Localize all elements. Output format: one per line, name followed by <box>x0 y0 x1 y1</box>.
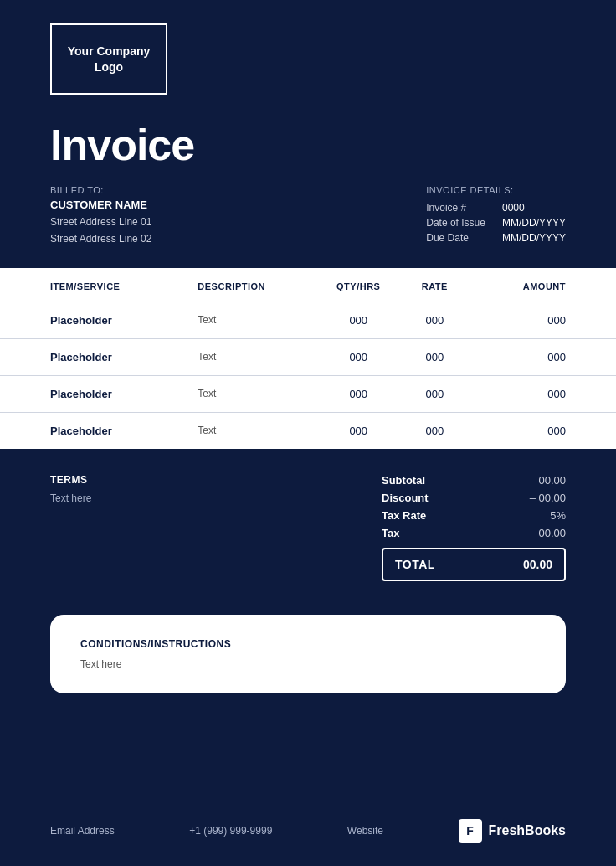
table-row: Placeholder Text 000 000 000 <box>0 302 616 338</box>
conditions-label: CONDITIONS/INSTRUCTIONS <box>80 638 536 650</box>
table-header-row: ITEM/SERVICE DESCRIPTION QTY/HRS RATE AM… <box>0 268 616 302</box>
items-table: ITEM/SERVICE DESCRIPTION QTY/HRS RATE AM… <box>0 268 616 449</box>
invoice-title-section: Invoice <box>0 111 616 170</box>
row-2-qty: 000 <box>314 375 403 412</box>
terms-section: TERMS Text here <box>50 474 91 504</box>
table-body: Placeholder Text 000 000 000 Placeholder… <box>0 302 616 449</box>
date-issue-row: Date of Issue MM/DD/YYYY <box>426 215 566 230</box>
row-0-amount: 000 <box>466 302 616 338</box>
tax-label: Tax <box>382 527 399 539</box>
row-0-desc: Text <box>189 302 314 338</box>
total-label: TOTAL <box>395 558 435 571</box>
address-line2: Street Address Line 02 <box>50 230 151 247</box>
row-2-desc: Text <box>189 375 314 412</box>
invoice-details-label: INVOICE DETAILS: <box>426 185 566 195</box>
col-item: ITEM/SERVICE <box>0 268 189 302</box>
bottom-section: TERMS Text here Subtotal 00.00 Discount … <box>0 449 616 598</box>
billed-to-label: BILLED TO: <box>50 185 151 195</box>
billed-to: BILLED TO: CUSTOMER NAME Street Address … <box>50 185 151 248</box>
footer: Email Address +1 (999) 999-9999 Website … <box>0 804 616 866</box>
discount-row: Discount – 00.00 <box>382 492 566 504</box>
row-0-rate: 000 <box>403 302 466 338</box>
tax-rate-value: 5% <box>516 509 566 522</box>
tax-row: Tax 00.00 <box>382 527 566 539</box>
invoice-page: Your Company Logo Invoice BILLED TO: CUS… <box>0 0 616 866</box>
tax-rate-row: Tax Rate 5% <box>382 509 566 522</box>
table-row: Placeholder Text 000 000 000 <box>0 412 616 449</box>
due-date-value: MM/DD/YYYY <box>502 230 566 245</box>
row-3-amount: 000 <box>466 412 616 449</box>
tax-rate-label: Tax Rate <box>382 509 426 522</box>
row-3-rate: 000 <box>403 412 466 449</box>
subtotal-label: Subtotal <box>382 474 425 487</box>
col-amount: AMOUNT <box>466 268 616 302</box>
footer-website: Website <box>347 825 383 837</box>
row-3-desc: Text <box>189 412 314 449</box>
invoice-details-table: Invoice # 0000 Date of Issue MM/DD/YYYY … <box>426 200 566 245</box>
row-1-item: Placeholder <box>0 338 189 375</box>
date-issue-label: Date of Issue <box>426 215 502 230</box>
conditions-section: CONDITIONS/INSTRUCTIONS Text here <box>0 598 616 710</box>
row-3-qty: 000 <box>314 412 403 449</box>
customer-name: CUSTOMER NAME <box>50 198 151 211</box>
invoice-details: INVOICE DETAILS: Invoice # 0000 Date of … <box>426 185 566 248</box>
header: Your Company Logo <box>0 0 616 111</box>
terms-label: TERMS <box>50 474 91 486</box>
items-table-section: ITEM/SERVICE DESCRIPTION QTY/HRS RATE AM… <box>0 268 616 449</box>
row-2-amount: 000 <box>466 375 616 412</box>
footer-email: Email Address <box>50 825 115 837</box>
invoice-num-value: 0000 <box>502 200 566 215</box>
conditions-text: Text here <box>80 658 536 670</box>
total-value: 00.00 <box>523 558 552 571</box>
totals-section: Subtotal 00.00 Discount – 00.00 Tax Rate… <box>382 474 566 581</box>
discount-value: – 00.00 <box>516 492 566 504</box>
total-box: TOTAL 00.00 <box>382 548 566 581</box>
freshbooks-logo: F FreshBooks <box>459 819 566 843</box>
col-description: DESCRIPTION <box>189 268 314 302</box>
row-2-rate: 000 <box>403 375 466 412</box>
table-row: Placeholder Text 000 000 000 <box>0 338 616 375</box>
due-date-row: Due Date MM/DD/YYYY <box>426 230 566 245</box>
company-logo: Your Company Logo <box>50 23 167 95</box>
conditions-card: CONDITIONS/INSTRUCTIONS Text here <box>50 615 566 693</box>
col-rate: RATE <box>403 268 466 302</box>
subtotal-row: Subtotal 00.00 <box>382 474 566 487</box>
freshbooks-brand: FreshBooks <box>489 823 566 838</box>
row-1-desc: Text <box>189 338 314 375</box>
footer-phone: +1 (999) 999-9999 <box>189 825 272 837</box>
row-1-rate: 000 <box>403 338 466 375</box>
row-0-item: Placeholder <box>0 302 189 338</box>
address-line1: Street Address Line 01 <box>50 214 151 230</box>
invoice-num-label: Invoice # <box>426 200 502 215</box>
row-1-amount: 000 <box>466 338 616 375</box>
tax-value: 00.00 <box>516 527 566 539</box>
col-qty: QTY/HRS <box>314 268 403 302</box>
row-3-item: Placeholder <box>0 412 189 449</box>
row-2-item: Placeholder <box>0 375 189 412</box>
billing-section: BILLED TO: CUSTOMER NAME Street Address … <box>0 170 616 268</box>
row-1-qty: 000 <box>314 338 403 375</box>
invoice-heading: Invoice <box>50 120 566 170</box>
row-0-qty: 000 <box>314 302 403 338</box>
discount-label: Discount <box>382 492 429 504</box>
invoice-num-row: Invoice # 0000 <box>426 200 566 215</box>
due-date-label: Due Date <box>426 230 502 245</box>
freshbooks-icon: F <box>459 819 482 843</box>
table-row: Placeholder Text 000 000 000 <box>0 375 616 412</box>
table-header: ITEM/SERVICE DESCRIPTION QTY/HRS RATE AM… <box>0 268 616 302</box>
subtotal-value: 00.00 <box>516 474 566 487</box>
date-issue-value: MM/DD/YYYY <box>502 215 566 230</box>
terms-text: Text here <box>50 492 91 504</box>
